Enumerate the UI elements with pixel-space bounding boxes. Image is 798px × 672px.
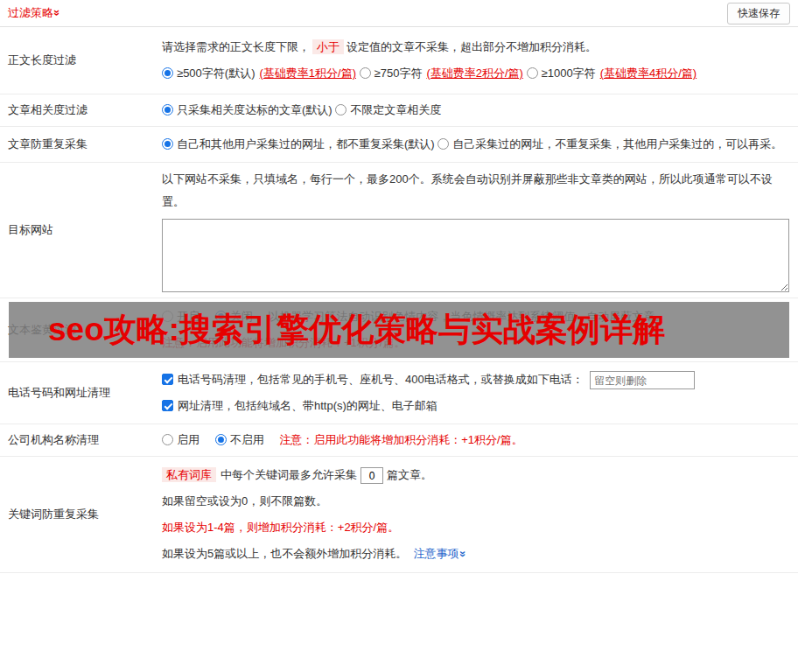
chevron-down-icon: » — [450, 550, 476, 556]
radio-length-1000-fee: (基础费率4积分/篇) — [600, 66, 697, 80]
setting-row-company-clean: 公司机构名称清理 启用 不启用 注意：启用此功能将增加积分消耗：+1积分/篇。 — [0, 424, 798, 457]
radio-company-off-label: 不启用 — [230, 433, 264, 446]
keyword-limit-text: 中每个关键词最多允许采集 — [220, 468, 357, 481]
row-content-relevance: 只采集相关度达标的文章(默认) 不限定文章相关度 — [153, 94, 798, 126]
row-label-company: 公司机构名称清理 — [0, 424, 153, 456]
radio-length-1000-label: ≥1000字符 — [542, 66, 596, 80]
replacement-phone-input[interactable] — [590, 371, 695, 389]
radio-length-1000[interactable]: ≥1000字符(基础费率4积分/篇) — [527, 66, 697, 80]
radio-dedup-self-only-label: 自己采集过的网址，不重复采集，其他用户采集过的，可以再采。 — [452, 137, 782, 150]
topbar: 过滤策略» 快速保存 — [0, 0, 798, 27]
radio-dedup-all-users-label: 自己和其他用户采集过的网址，都不重复采集(默认) — [177, 137, 435, 150]
checkbox-url-clean[interactable]: 网址清理，包括纯域名、带http(s)的网址、电子邮箱 — [162, 399, 438, 412]
length-intro-before: 请选择需求的正文长度下限， — [162, 40, 310, 53]
radio-icon[interactable] — [527, 67, 538, 79]
row-label-keyword: 关键词防重复采集 — [0, 457, 153, 572]
checkbox-phone-clean-label: 电话号码清理，包括常见的手机号、座机号、400电话格式，或替换成如下电话： — [178, 373, 584, 386]
row-content-phone: 电话号码清理，包括常见的手机号、座机号、400电话格式，或替换成如下电话： 网址… — [153, 362, 798, 424]
row-content-company: 启用 不启用 注意：启用此功能将增加积分消耗：+1积分/篇。 — [153, 424, 798, 456]
checkbox-url-clean-label: 网址清理，包括纯域名、带http(s)的网址、电子邮箱 — [178, 399, 438, 412]
radio-company-on[interactable]: 启用 — [162, 433, 203, 446]
radio-icon[interactable] — [162, 138, 173, 150]
company-options-line: 启用 不启用 注意：启用此功能将增加积分消耗：+1积分/篇。 — [162, 427, 789, 453]
setting-row-relevance-filter: 文章相关度过滤 只采集相关度达标的文章(默认) 不限定文章相关度 — [0, 94, 798, 127]
keyword-limit-input[interactable] — [360, 467, 383, 484]
keyword-limit-suffix: 篇文章。 — [387, 468, 432, 481]
setting-row-blacklist: 目标网站 以下网站不采集，只填域名，每行一个，最多200个。系统会自动识别并屏蔽… — [0, 163, 798, 298]
radio-icon[interactable] — [162, 434, 173, 445]
keyword-note-cost: 如果设为1-4篇，则增加积分消耗：+2积分/篇。 — [162, 514, 789, 541]
setting-row-length-filter: 正文长度过滤 请选择需求的正文长度下限，小于设定值的文章不采集，超出部分不增加积… — [0, 27, 798, 94]
radio-dedup-all-users[interactable]: 自己和其他用户采集过的网址，都不重复采集(默认) — [162, 137, 438, 150]
keyword-note-unlimited: 如果留空或设为0，则不限篇数。 — [162, 488, 789, 514]
radio-icon[interactable] — [438, 138, 449, 150]
row-content-length: 请选择需求的正文长度下限，小于设定值的文章不采集，超出部分不增加积分消耗。 ≥5… — [153, 27, 798, 94]
less-than-tag: 小于 — [312, 39, 344, 54]
row-label-dedup: 文章防重复采集 — [0, 127, 153, 162]
checkbox-icon[interactable] — [162, 374, 173, 385]
radio-relevance-strict-label: 只采集相关度达标的文章(默认) — [177, 103, 332, 116]
row-label-length: 正文长度过滤 — [0, 27, 153, 94]
blacklist-intro: 以下网站不采集，只填域名，每行一个，最多200个。系统会自动识别并屏蔽那些非文章… — [162, 168, 789, 214]
radio-icon[interactable] — [162, 67, 173, 79]
keyword-limit-line: 私有词库中每个关键词最多允许采集篇文章。 — [162, 462, 789, 488]
radio-length-750[interactable]: ≥750字符(基础费率2积分/篇) — [360, 66, 527, 80]
watermark-banner: seo攻略:搜索引擎优化策略与实战案例详解 — [9, 302, 789, 358]
radio-relevance-any[interactable]: 不限定文章相关度 — [335, 103, 441, 116]
phone-clean-line: 电话号码清理，包括常见的手机号、座机号、400电话格式，或替换成如下电话： — [162, 367, 789, 393]
filter-settings-page: 过滤策略» 快速保存 正文长度过滤 请选择需求的正文长度下限，小于设定值的文章不… — [0, 0, 798, 573]
radio-relevance-strict[interactable]: 只采集相关度达标的文章(默认) — [162, 103, 335, 116]
row-content-keyword: 私有词库中每个关键词最多允许采集篇文章。 如果留空或设为0，则不限篇数。 如果设… — [153, 457, 798, 572]
row-content-dedup: 自己和其他用户采集过的网址，都不重复采集(默认) 自己采集过的网址，不重复采集，… — [153, 127, 798, 162]
setting-row-keyword-dedup: 关键词防重复采集 私有词库中每个关键词最多允许采集篇文章。 如果留空或设为0，则… — [0, 457, 798, 573]
blacklist-textarea[interactable] — [162, 219, 789, 292]
chevron-down-icon: » — [51, 10, 64, 16]
radio-company-on-label: 启用 — [177, 433, 200, 446]
company-note: 注意：启用此功能将增加积分消耗：+1积分/篇。 — [279, 433, 522, 446]
checkbox-phone-clean[interactable]: 电话号码清理，包括常见的手机号、座机号、400电话格式，或替换成如下电话： — [162, 373, 586, 386]
radio-icon[interactable] — [162, 104, 173, 116]
keyword-note-five-line: 如果设为5篇或以上，也不会额外增加积分消耗。 注意事项» — [162, 541, 789, 567]
row-label-phone: 电话号码和网址清理 — [0, 362, 153, 424]
radio-icon[interactable] — [360, 67, 371, 79]
radio-company-off[interactable]: 不启用 — [215, 433, 268, 446]
quick-save-button[interactable]: 快速保存 — [727, 3, 790, 24]
row-content-blacklist: 以下网站不采集，只填域名，每行一个，最多200个。系统会自动识别并屏蔽那些非文章… — [153, 163, 798, 298]
radio-dedup-self-only[interactable]: 自己采集过的网址，不重复采集，其他用户采集过的，可以再采。 — [438, 137, 782, 150]
setting-row-phone-url-clean: 电话号码和网址清理 电话号码清理，包括常见的手机号、座机号、400电话格式，或替… — [0, 362, 798, 424]
radio-relevance-any-label: 不限定文章相关度 — [350, 103, 441, 116]
row-label-relevance: 文章相关度过滤 — [0, 94, 153, 126]
url-clean-line: 网址清理，包括纯域名、带http(s)的网址、电子邮箱 — [162, 393, 789, 419]
keyword-note-five-text: 如果设为5篇或以上，也不会额外增加积分消耗。 — [162, 547, 407, 560]
radio-length-500[interactable]: ≥500字符(默认)(基础费率1积分/篇) — [162, 66, 360, 80]
length-intro: 请选择需求的正文长度下限，小于设定值的文章不采集，超出部分不增加积分消耗。 — [162, 34, 789, 60]
row-label-blacklist: 目标网站 — [0, 163, 153, 298]
watermark-text: seo攻略:搜索引擎优化策略与实战案例详解 — [48, 308, 665, 352]
radio-icon[interactable] — [215, 434, 227, 445]
length-intro-after: 设定值的文章不采集，超出部分不增加积分消耗。 — [346, 40, 597, 53]
page-title[interactable]: 过滤策略» — [8, 5, 60, 21]
radio-icon[interactable] — [335, 104, 346, 116]
radio-length-500-fee: (基础费率1积分/篇) — [259, 66, 356, 80]
radio-length-750-fee: (基础费率2积分/篇) — [426, 66, 523, 80]
setting-row-dedup: 文章防重复采集 自己和其他用户采集过的网址，都不重复采集(默认) 自己采集过的网… — [0, 127, 798, 163]
radio-length-750-label: ≥750字符 — [374, 66, 423, 80]
page-title-text: 过滤策略 — [8, 6, 53, 19]
radio-length-500-label: ≥500字符(默认) — [177, 66, 255, 80]
checkbox-icon[interactable] — [162, 400, 173, 411]
private-lexicon-tag: 私有词库 — [162, 467, 216, 482]
